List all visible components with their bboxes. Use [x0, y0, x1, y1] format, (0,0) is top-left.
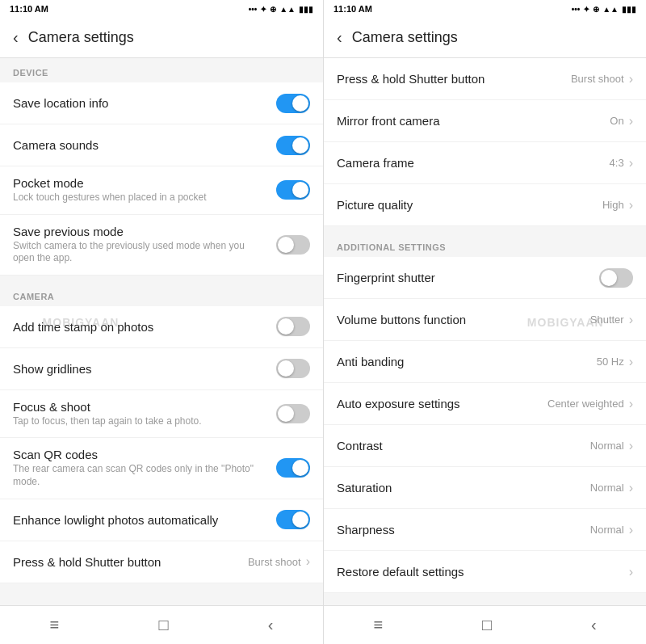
anti-banding-value: 50 Hz	[597, 356, 624, 368]
fingerprint-shutter-toggle[interactable]	[599, 268, 633, 288]
contrast-chevron: ›	[629, 439, 633, 453]
mirror-front-chevron: ›	[629, 114, 633, 128]
press-hold-value: Burst shoot	[248, 556, 301, 568]
qr-codes-knob	[292, 460, 308, 476]
right-divider	[324, 226, 646, 233]
press-hold-r-title: Press & hold Shutter button	[337, 72, 561, 86]
device-section-label: DEVICE	[0, 58, 323, 82]
right-header-title: Camera settings	[352, 29, 458, 46]
gridlines-knob	[278, 360, 294, 377]
camera-frame-title: Camera frame	[337, 156, 600, 170]
picture-quality-item[interactable]: Picture quality High ›	[324, 184, 646, 226]
save-prev-mode-knob	[278, 237, 294, 253]
timestamp-knob	[278, 318, 294, 335]
press-hold-item[interactable]: Press & hold Shutter button Burst shoot …	[0, 541, 323, 583]
auto-exposure-item[interactable]: Auto exposure settings Center weighted ›	[324, 383, 646, 425]
auto-exposure-value: Center weighted	[547, 398, 624, 410]
left-panel: 11:10 AM ••• ✦ ⊕ ▲▲ ▮▮▮ ‹ Camera setting…	[0, 0, 323, 644]
right-status-icons: ••• ✦ ⊕ ▲▲ ▮▮▮	[572, 5, 636, 14]
gridlines-toggle[interactable]	[276, 359, 310, 378]
gridlines-title: Show gridlines	[13, 362, 266, 376]
right-menu-icon[interactable]: ≡	[373, 616, 383, 634]
sharpness-value: Normal	[590, 524, 624, 536]
additional-section-label: ADDITIONAL SETTINGS	[324, 233, 646, 257]
left-back-nav-icon[interactable]: ‹	[268, 616, 274, 634]
timestamp-item: Add time stamp on photos	[0, 306, 323, 348]
press-hold-r-item[interactable]: Press & hold Shutter button Burst shoot …	[324, 58, 646, 100]
right-back-button[interactable]: ‹	[337, 28, 342, 47]
save-location-toggle[interactable]	[276, 94, 310, 113]
camera-frame-chevron: ›	[629, 156, 633, 170]
anti-banding-title: Anti banding	[337, 355, 587, 368]
divider-1	[0, 276, 323, 282]
right-header: ‹ Camera settings	[324, 18, 646, 58]
pocket-mode-item: Pocket mode Lock touch gestures when pla…	[0, 166, 323, 215]
volume-buttons-item[interactable]: Volume buttons function Shutter ›	[324, 299, 646, 341]
focus-shoot-title: Focus & shoot	[13, 400, 266, 414]
camera-sounds-toggle[interactable]	[276, 136, 310, 155]
right-time: 11:10 AM	[333, 4, 372, 14]
mirror-front-item[interactable]: Mirror front camera On ›	[324, 100, 646, 142]
press-hold-r-chevron: ›	[629, 72, 633, 86]
left-scroll-area: DEVICE Save location info Camera sounds …	[0, 58, 323, 605]
auto-exposure-chevron: ›	[629, 397, 633, 411]
lowlight-knob	[292, 511, 308, 528]
restore-defaults-item[interactable]: Restore default settings ›	[324, 551, 646, 593]
save-prev-mode-subtitle: Switch camera to the previously used mod…	[13, 240, 266, 265]
picture-quality-title: Picture quality	[337, 198, 593, 212]
saturation-value: Normal	[590, 482, 624, 494]
timestamp-toggle[interactable]	[276, 317, 310, 336]
gridlines-item: Show gridlines	[0, 348, 323, 390]
lowlight-item: Enhance lowlight photos automatically	[0, 499, 323, 541]
volume-buttons-chevron: ›	[629, 313, 633, 327]
anti-banding-item[interactable]: Anti banding 50 Hz ›	[324, 341, 646, 383]
pocket-mode-toggle[interactable]	[276, 180, 310, 200]
right-bottom-nav: ≡ □ ‹	[324, 605, 646, 644]
contrast-value: Normal	[590, 440, 624, 452]
sharpness-title: Sharpness	[337, 523, 581, 537]
fingerprint-shutter-item: Fingerprint shutter	[324, 257, 646, 299]
qr-codes-title: Scan QR codes	[13, 448, 266, 461]
saturation-item[interactable]: Saturation Normal ›	[324, 467, 646, 509]
sharpness-chevron: ›	[629, 523, 633, 537]
left-home-icon[interactable]: □	[158, 616, 168, 634]
press-hold-r-value: Burst shoot	[571, 73, 624, 85]
right-back-nav-icon[interactable]: ‹	[591, 616, 597, 634]
right-home-icon[interactable]: □	[482, 616, 492, 634]
mirror-front-value: On	[610, 115, 623, 127]
focus-shoot-subtitle: Tap to focus, then tap again to take a p…	[13, 415, 266, 428]
camera-section-label: CAMERA	[0, 282, 323, 306]
camera-sounds-item: Camera sounds	[0, 124, 323, 166]
saturation-title: Saturation	[337, 481, 581, 495]
save-location-title: Save location info	[13, 96, 266, 110]
save-prev-mode-toggle[interactable]	[276, 235, 310, 255]
save-location-knob	[292, 95, 308, 112]
left-header: ‹ Camera settings	[0, 18, 323, 58]
right-scroll-area: Press & hold Shutter button Burst shoot …	[324, 58, 646, 605]
left-header-title: Camera settings	[28, 29, 134, 46]
left-bottom-nav: ≡ □ ‹	[0, 605, 323, 644]
sharpness-item[interactable]: Sharpness Normal ›	[324, 509, 646, 551]
mirror-front-title: Mirror front camera	[337, 114, 600, 128]
press-hold-chevron: ›	[306, 554, 310, 569]
qr-codes-item: Scan QR codes The rear camera can scan Q…	[0, 438, 323, 499]
left-status-bar: 11:10 AM ••• ✦ ⊕ ▲▲ ▮▮▮	[0, 0, 323, 18]
contrast-title: Contrast	[337, 439, 581, 452]
lowlight-toggle[interactable]	[276, 510, 310, 529]
camera-frame-item[interactable]: Camera frame 4:3 ›	[324, 142, 646, 184]
left-time: 11:10 AM	[10, 4, 48, 14]
qr-codes-toggle[interactable]	[276, 458, 310, 478]
volume-buttons-title: Volume buttons function	[337, 313, 581, 326]
pocket-mode-title: Pocket mode	[13, 176, 266, 190]
focus-shoot-toggle[interactable]	[276, 404, 310, 423]
left-back-button[interactable]: ‹	[13, 28, 19, 47]
contrast-item[interactable]: Contrast Normal ›	[324, 425, 646, 467]
fingerprint-shutter-title: Fingerprint shutter	[337, 271, 589, 284]
pocket-mode-knob	[292, 182, 308, 198]
picture-quality-value: High	[602, 199, 624, 211]
restore-defaults-chevron: ›	[629, 565, 633, 579]
camera-sounds-title: Camera sounds	[13, 138, 266, 152]
press-hold-title: Press & hold Shutter button	[13, 555, 238, 569]
saturation-chevron: ›	[629, 481, 633, 495]
left-menu-icon[interactable]: ≡	[50, 616, 60, 634]
